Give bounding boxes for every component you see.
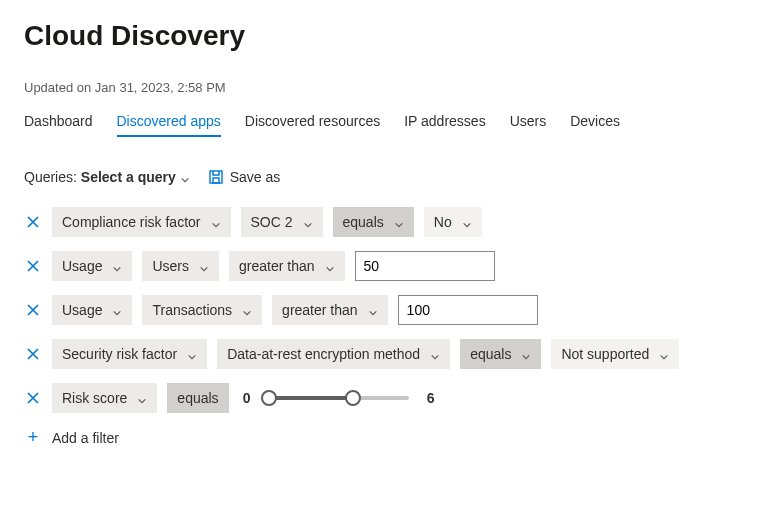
filter-category[interactable]: Usage: [52, 295, 132, 325]
remove-filter-button[interactable]: [24, 391, 42, 405]
chevron-down-icon: [112, 261, 122, 271]
filter-subcategory[interactable]: Transactions: [142, 295, 262, 325]
save-as-label: Save as: [230, 169, 281, 185]
remove-filter-button[interactable]: [24, 215, 42, 229]
filter-row: UsageUsersgreater than: [24, 251, 744, 281]
filter-category[interactable]: Security risk factor: [52, 339, 207, 369]
filter-row: Security risk factorData-at-rest encrypt…: [24, 339, 744, 369]
save-icon: [208, 169, 224, 185]
chevron-down-icon: [659, 349, 669, 359]
slider-thumb-min[interactable]: [261, 390, 277, 406]
add-filter-label: Add a filter: [52, 430, 119, 446]
filter-subcategory[interactable]: Data-at-rest encryption method: [217, 339, 450, 369]
filter-value-label: Not supported: [561, 346, 649, 362]
chevron-down-icon: [137, 393, 147, 403]
chevron-down-icon: [180, 172, 190, 182]
tab-dashboard[interactable]: Dashboard: [24, 113, 93, 137]
chevron-down-icon: [187, 349, 197, 359]
filter-operator[interactable]: equals: [333, 207, 414, 237]
close-icon: [26, 391, 40, 405]
filter-category[interactable]: Usage: [52, 251, 132, 281]
close-icon: [26, 303, 40, 317]
add-filter-button[interactable]: + Add a filter: [24, 427, 744, 448]
filter-row: UsageTransactionsgreater than: [24, 295, 744, 325]
risk-score-slider[interactable]: 06: [239, 388, 439, 408]
updated-timestamp: Updated on Jan 31, 2023, 2:58 PM: [24, 80, 744, 95]
chevron-down-icon: [521, 349, 531, 359]
svg-rect-0: [210, 171, 222, 183]
close-icon: [26, 259, 40, 273]
filter-value-input[interactable]: [355, 251, 495, 281]
filter-row: Compliance risk factorSOC 2equalsNo: [24, 207, 744, 237]
filter-subcategory[interactable]: Users: [142, 251, 219, 281]
chevron-down-icon: [368, 305, 378, 315]
filter-category-label: Risk score: [62, 390, 127, 406]
filter-category[interactable]: Risk score: [52, 383, 157, 413]
remove-filter-button[interactable]: [24, 347, 42, 361]
chevron-down-icon: [112, 305, 122, 315]
filter-subcategory-label: Transactions: [152, 302, 232, 318]
filter-category-label: Usage: [62, 302, 102, 318]
tab-discovered-apps[interactable]: Discovered apps: [117, 113, 221, 137]
slider-max-value: 6: [423, 390, 439, 406]
queries-select-label: Select a query: [81, 169, 176, 185]
filter-operator[interactable]: greater than: [272, 295, 388, 325]
filter-subcategory-label: Users: [152, 258, 189, 274]
filter-subcategory-label: SOC 2: [251, 214, 293, 230]
filter-value[interactable]: No: [424, 207, 482, 237]
chevron-down-icon: [199, 261, 209, 271]
filter-value[interactable]: Not supported: [551, 339, 679, 369]
slider-min-value: 0: [239, 390, 255, 406]
remove-filter-button[interactable]: [24, 259, 42, 273]
tab-ip-addresses[interactable]: IP addresses: [404, 113, 485, 137]
filter-subcategory-label: Data-at-rest encryption method: [227, 346, 420, 362]
chevron-down-icon: [303, 217, 313, 227]
filter-subcategory[interactable]: SOC 2: [241, 207, 323, 237]
chevron-down-icon: [462, 217, 472, 227]
filter-value-input[interactable]: [398, 295, 538, 325]
plus-icon: +: [24, 427, 42, 448]
filter-category-label: Compliance risk factor: [62, 214, 201, 230]
filter-operator[interactable]: greater than: [229, 251, 345, 281]
tabs: DashboardDiscovered appsDiscovered resou…: [24, 113, 744, 137]
chevron-down-icon: [430, 349, 440, 359]
remove-filter-button[interactable]: [24, 303, 42, 317]
filter-operator-label: equals: [177, 390, 218, 406]
chevron-down-icon: [394, 217, 404, 227]
filter-category[interactable]: Compliance risk factor: [52, 207, 231, 237]
slider-thumb-max[interactable]: [345, 390, 361, 406]
tab-users[interactable]: Users: [510, 113, 547, 137]
page-title: Cloud Discovery: [24, 20, 744, 52]
filter-row: Risk scoreequals06: [24, 383, 744, 413]
chevron-down-icon: [242, 305, 252, 315]
filter-operator-label: equals: [343, 214, 384, 230]
close-icon: [26, 215, 40, 229]
chevron-down-icon: [211, 217, 221, 227]
close-icon: [26, 347, 40, 361]
filter-operator-label: greater than: [282, 302, 358, 318]
tab-discovered-resources[interactable]: Discovered resources: [245, 113, 380, 137]
svg-rect-1: [213, 178, 219, 183]
filter-value-label: No: [434, 214, 452, 230]
filter-operator[interactable]: equals: [460, 339, 541, 369]
save-as-button[interactable]: Save as: [208, 169, 281, 185]
filter-category-label: Usage: [62, 258, 102, 274]
slider-track[interactable]: [269, 388, 409, 408]
filter-operator-label: greater than: [239, 258, 315, 274]
queries-row: Queries: Select a query Save as: [24, 169, 744, 185]
chevron-down-icon: [325, 261, 335, 271]
filter-operator-label: equals: [470, 346, 511, 362]
filters-container: Compliance risk factorSOC 2equalsNoUsage…: [24, 207, 744, 413]
queries-select[interactable]: Select a query: [81, 169, 190, 185]
filter-operator[interactable]: equals: [167, 383, 228, 413]
filter-category-label: Security risk factor: [62, 346, 177, 362]
queries-label: Queries:: [24, 169, 77, 185]
tab-devices[interactable]: Devices: [570, 113, 620, 137]
